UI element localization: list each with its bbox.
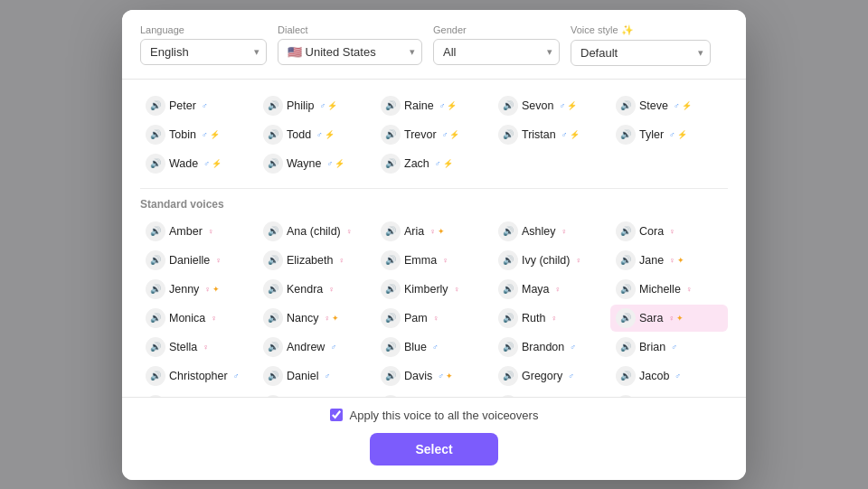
voice-item[interactable]: 🔊Ruth♀ (493, 305, 610, 332)
speaker-button[interactable]: 🔊 (616, 96, 636, 116)
voice-name: Ivy (child) (522, 254, 570, 267)
voice-item[interactable]: 🔊Pam♀ (375, 305, 493, 332)
voice-item[interactable]: 🔊Peter♂ (140, 92, 258, 119)
voice-item[interactable]: 🔊Tobin♂⚡ (140, 121, 258, 148)
speaker-button[interactable]: 🔊 (616, 279, 636, 299)
speaker-button[interactable]: 🔊 (146, 125, 165, 145)
voice-item[interactable]: 🔊Stella♀ (140, 334, 258, 361)
speaker-button[interactable]: 🔊 (263, 279, 283, 299)
voice-item[interactable]: 🔊Emma♀ (375, 247, 493, 274)
voice-item[interactable]: 🔊Kendra♀ (258, 276, 375, 303)
voice-item[interactable]: 🔊Trevor♂⚡ (375, 121, 493, 148)
voice-item[interactable]: 🔊Todd♂⚡ (258, 121, 375, 148)
speaker-button[interactable]: 🔊 (616, 337, 636, 357)
voice-item[interactable]: 🔊Sara♀✦ (610, 305, 728, 332)
voice-name: Kendra (287, 283, 323, 296)
speaker-button[interactable]: 🔊 (381, 125, 401, 145)
voice-item[interactable]: 🔊Wade♂⚡ (140, 150, 258, 177)
speaker-button[interactable]: 🔊 (616, 125, 636, 145)
speaker-button[interactable]: 🔊 (498, 337, 518, 357)
star-icon: ✦ (332, 314, 339, 323)
speaker-button[interactable]: 🔊 (381, 250, 401, 270)
speaker-button[interactable]: 🔊 (146, 221, 165, 241)
voice-item[interactable]: 🔊Sevon♂⚡ (493, 92, 610, 119)
voice-item[interactable]: 🔊Daniel♂ (258, 362, 375, 390)
speaker-button[interactable]: 🔊 (263, 250, 283, 270)
voice-item[interactable]: 🔊Nancy♀✦ (258, 305, 375, 332)
voice-item[interactable]: 🔊Steve♂⚡ (610, 92, 728, 119)
speaker-button[interactable]: 🔊 (498, 308, 518, 328)
speaker-button[interactable]: 🔊 (263, 125, 283, 145)
select-button[interactable]: Select (370, 433, 497, 465)
voice-item[interactable]: 🔊Monica♀ (140, 305, 258, 332)
speaker-button[interactable]: 🔊 (146, 154, 165, 174)
speaker-button[interactable]: 🔊 (263, 308, 283, 328)
speaker-button[interactable]: 🔊 (498, 125, 518, 145)
voice-name: Jacob (639, 370, 669, 382)
voice-item[interactable]: 🔊Philip♂⚡ (258, 92, 375, 119)
gender-select[interactable]: All (433, 39, 560, 65)
voice-item[interactable]: 🔊Zach♂⚡ (375, 150, 493, 177)
voice-item[interactable]: 🔊Blue♂ (375, 334, 493, 361)
voice-item[interactable]: 🔊Brian♂ (610, 334, 728, 361)
voice-style-select[interactable]: Default (571, 40, 711, 66)
voice-item[interactable]: 🔊Gregory♂ (493, 362, 610, 390)
speaker-button[interactable]: 🔊 (146, 366, 165, 386)
speaker-button[interactable]: 🔊 (381, 366, 401, 386)
speaker-button[interactable]: 🔊 (263, 154, 283, 174)
voice-item[interactable]: 🔊Aria♀✦ (375, 218, 493, 245)
voice-item[interactable]: 🔊Maya♀ (493, 276, 610, 303)
gender-icon: ♀ (669, 227, 675, 236)
voice-item[interactable]: 🔊Raine♂⚡ (375, 92, 493, 119)
speaker-button[interactable]: 🔊 (616, 308, 636, 328)
voice-item[interactable]: 🔊Ana (child)♀ (258, 218, 375, 245)
voice-item[interactable]: 🔊Andrew♂ (258, 334, 375, 361)
voice-item[interactable]: 🔊Wayne♂⚡ (258, 150, 375, 177)
voice-item[interactable]: 🔊Jenny♀✦ (140, 276, 258, 303)
dialect-select[interactable]: 🇺🇸 United States (278, 39, 422, 65)
speaker-button[interactable]: 🔊 (381, 308, 401, 328)
speaker-button[interactable]: 🔊 (146, 337, 165, 357)
speaker-button[interactable]: 🔊 (616, 221, 636, 241)
speaker-button[interactable]: 🔊 (381, 337, 401, 357)
speaker-button[interactable]: 🔊 (498, 221, 518, 241)
voice-item[interactable]: 🔊Tyler♂⚡ (610, 121, 728, 148)
voice-item[interactable]: 🔊Kimberly♀ (375, 276, 493, 303)
voice-item[interactable]: 🔊Ivy (child)♀ (493, 247, 610, 274)
speaker-button[interactable]: 🔊 (381, 154, 401, 174)
voice-item[interactable]: 🔊Michelle♀ (610, 276, 728, 303)
speaker-button[interactable]: 🔊 (381, 279, 401, 299)
speaker-button[interactable]: 🔊 (146, 308, 165, 328)
speaker-button[interactable]: 🔊 (498, 250, 518, 270)
speaker-button[interactable]: 🔊 (498, 279, 518, 299)
voice-item[interactable]: 🔊Jane♀✦ (610, 247, 728, 274)
speaker-button[interactable]: 🔊 (381, 96, 401, 116)
voice-item[interactable]: 🔊Davis♂✦ (375, 362, 493, 390)
voice-item[interactable]: 🔊Jacob♂ (610, 362, 728, 390)
speaker-button[interactable]: 🔊 (146, 96, 165, 116)
speaker-button[interactable]: 🔊 (498, 96, 518, 116)
speaker-button[interactable]: 🔊 (498, 366, 518, 386)
voice-item[interactable]: 🔊Danielle♀ (140, 247, 258, 274)
speaker-button[interactable]: 🔊 (263, 221, 283, 241)
speaker-button[interactable]: 🔊 (263, 337, 283, 357)
speaker-button[interactable]: 🔊 (616, 366, 636, 386)
voice-item[interactable]: 🔊Cora♀ (610, 218, 728, 245)
speaker-button[interactable]: 🔊 (263, 366, 283, 386)
apply-all-checkbox[interactable] (330, 409, 343, 421)
voice-item[interactable]: 🔊Ashley♀ (493, 218, 610, 245)
voice-item[interactable]: 🔊Christopher♂ (140, 362, 258, 390)
language-select[interactable]: English (140, 39, 267, 65)
voice-item[interactable]: 🔊Tristan♂⚡ (493, 121, 610, 148)
speaker-button[interactable]: 🔊 (146, 250, 165, 270)
voice-item[interactable]: 🔊Elizabeth♀ (258, 247, 375, 274)
speaker-button[interactable]: 🔊 (146, 279, 165, 299)
speaker-button[interactable]: 🔊 (263, 96, 283, 116)
voice-icons: ♀ (669, 227, 675, 236)
speaker-button[interactable]: 🔊 (616, 250, 636, 270)
voice-item[interactable]: 🔊Brandon♂ (493, 334, 610, 361)
speaker-button[interactable]: 🔊 (381, 221, 401, 241)
voice-icons: ♀✦ (429, 227, 445, 236)
voice-name: Wayne (287, 157, 321, 170)
voice-item[interactable]: 🔊Amber♀ (140, 218, 258, 245)
